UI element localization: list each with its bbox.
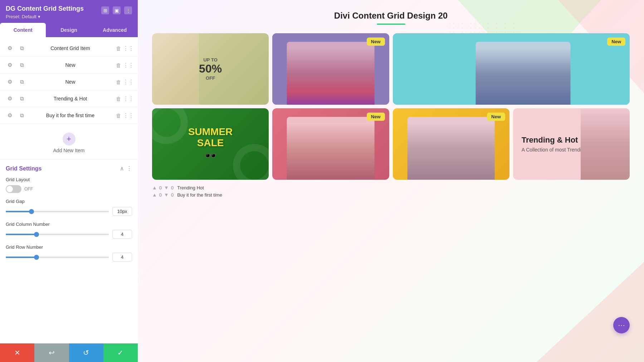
list-item: ⚙ ⧉ New 🗑 ⋮⋮ bbox=[0, 57, 138, 74]
save-button[interactable]: ✓ bbox=[103, 343, 138, 362]
grid-gap-slider[interactable] bbox=[6, 211, 109, 212]
section-header: Grid Settings ∧ ⋮ bbox=[6, 165, 132, 172]
settings-icon[interactable]: ⊞ bbox=[101, 6, 109, 14]
slider-thumb[interactable] bbox=[34, 232, 39, 237]
item-copy-btn[interactable]: ⧉ bbox=[17, 94, 26, 103]
list-item: ⚙ ⧉ Content Grid Item 🗑 ⋮⋮ bbox=[0, 40, 138, 57]
toggle-state-label: OFF bbox=[24, 187, 33, 192]
item-copy-btn[interactable]: ⧉ bbox=[17, 111, 26, 120]
grid-column-label: Grid Column Number bbox=[6, 222, 132, 227]
cyan-card: New bbox=[393, 33, 630, 105]
item-label: Content Grid Item bbox=[29, 45, 111, 51]
panel-preset[interactable]: Preset: Default ▾ bbox=[6, 14, 101, 19]
content-grid: UP TO 50% OFF New New bbox=[152, 33, 630, 180]
grid-row-slider[interactable] bbox=[6, 257, 109, 258]
left-panel: DG Content Grid Settings Preset: Default… bbox=[0, 0, 138, 362]
summer-line1: SUMMER bbox=[188, 127, 233, 138]
item-actions: 🗑 ⋮⋮ bbox=[114, 94, 133, 103]
item-settings-btn[interactable]: ⚙ bbox=[5, 77, 14, 86]
vote-up-btn-buy[interactable]: ▲ bbox=[152, 192, 157, 198]
trending-card-bg: Trending & Hot A Collection of most Tren… bbox=[513, 108, 630, 180]
grid-gap-setting: Grid Gap bbox=[6, 199, 132, 216]
item-drag-btn[interactable]: ⋮⋮ bbox=[124, 111, 133, 120]
toggle-row: OFF bbox=[6, 185, 132, 193]
item-settings-btn[interactable]: ⚙ bbox=[5, 60, 14, 70]
cancel-button[interactable]: ✕ bbox=[0, 343, 34, 362]
circle-deco-1 bbox=[152, 108, 188, 144]
collapse-btn[interactable]: ∧ bbox=[120, 165, 124, 172]
grid-column-setting: Grid Column Number bbox=[6, 222, 132, 239]
grid-layout-toggle[interactable] bbox=[6, 185, 21, 193]
slider-row bbox=[6, 253, 132, 262]
slider-fill bbox=[6, 234, 36, 235]
fab-button[interactable]: ⋯ bbox=[613, 317, 630, 333]
item-delete-btn[interactable]: 🗑 bbox=[114, 111, 123, 120]
undo-button[interactable]: ↩ bbox=[34, 343, 69, 362]
trending-label: Trending Hot bbox=[177, 185, 204, 190]
new-badge: New bbox=[487, 113, 505, 121]
item-settings-btn[interactable]: ⚙ bbox=[5, 111, 14, 120]
sale-text-block: UP TO 50% OFF bbox=[199, 57, 222, 80]
new-badge: New bbox=[367, 113, 385, 121]
green-card-bg: SUMMER SALE 🕶️ bbox=[152, 108, 269, 180]
grid-column-value[interactable] bbox=[112, 230, 132, 239]
section-title: Grid Settings bbox=[6, 165, 42, 172]
grid-row-value[interactable] bbox=[112, 253, 132, 262]
slider-thumb[interactable] bbox=[29, 209, 34, 214]
item-drag-btn[interactable]: ⋮⋮ bbox=[124, 94, 133, 103]
section-more-btn[interactable]: ⋮ bbox=[126, 165, 132, 172]
item-actions: 🗑 ⋮⋮ bbox=[114, 111, 133, 120]
item-settings-btn[interactable]: ⚙ bbox=[5, 44, 14, 53]
person-silhouette-yellow bbox=[407, 117, 495, 180]
item-copy-btn[interactable]: ⧉ bbox=[17, 44, 26, 53]
item-settings-btn[interactable]: ⚙ bbox=[5, 94, 14, 103]
grid-settings-section: Grid Settings ∧ ⋮ Grid Layout OFF Grid bbox=[0, 159, 138, 270]
toggle-knob bbox=[6, 186, 13, 192]
circle-deco-2 bbox=[233, 144, 269, 180]
summer-sale-text: SUMMER SALE bbox=[188, 127, 233, 149]
item-copy-btn[interactable]: ⧉ bbox=[17, 77, 26, 86]
items-list: ⚙ ⧉ Content Grid Item 🗑 ⋮⋮ ⚙ ⧉ New 🗑 ⋮⋮ bbox=[0, 37, 138, 127]
grid-gap-label: Grid Gap bbox=[6, 199, 132, 204]
slider-fill bbox=[6, 211, 31, 212]
redo-button[interactable]: ↺ bbox=[69, 343, 103, 362]
right-panel: Divi Content Grid Design 20 UP TO 50% OF… bbox=[138, 0, 644, 362]
list-item: ⚙ ⧉ Buy it for the first time 🗑 ⋮⋮ bbox=[0, 107, 138, 124]
tab-design[interactable]: Design bbox=[46, 23, 92, 37]
person-silhouette-trending bbox=[581, 108, 630, 180]
tab-content[interactable]: Content bbox=[0, 23, 46, 37]
more-icon[interactable]: ⋮ bbox=[124, 6, 132, 14]
tab-advanced[interactable]: Advanced bbox=[92, 23, 138, 37]
vote-down-btn-trending[interactable]: ▼ bbox=[164, 185, 169, 190]
item-drag-btn[interactable]: ⋮⋮ bbox=[124, 61, 133, 69]
sale-card: UP TO 50% OFF bbox=[152, 33, 269, 105]
item-drag-btn[interactable]: ⋮⋮ bbox=[124, 44, 133, 53]
vote-up-btn-trending[interactable]: ▲ bbox=[152, 185, 157, 190]
slider-row bbox=[6, 207, 132, 216]
item-copy-btn[interactable]: ⧉ bbox=[17, 60, 26, 70]
item-drag-btn[interactable]: ⋮⋮ bbox=[124, 78, 133, 86]
grid-row-label: Grid Row Number bbox=[6, 244, 132, 250]
vote-count-up-buy: 0 bbox=[159, 192, 162, 198]
item-delete-btn[interactable]: 🗑 bbox=[114, 78, 123, 86]
grid-gap-value[interactable] bbox=[112, 207, 132, 216]
slider-thumb[interactable] bbox=[34, 255, 39, 260]
person-silhouette-cyan bbox=[475, 42, 570, 105]
vote-row-buy: ▲ 0 ▼ 0 Buy it for the first time bbox=[152, 192, 630, 198]
item-actions: 🗑 ⋮⋮ bbox=[114, 78, 133, 86]
grid-column-slider[interactable] bbox=[6, 234, 109, 235]
item-delete-btn[interactable]: 🗑 bbox=[114, 94, 123, 103]
add-item-button[interactable]: + Add New Item bbox=[0, 127, 138, 159]
cyan-card-bg: New bbox=[393, 33, 630, 105]
list-item: ⚙ ⧉ Trending & Hot 🗑 ⋮⋮ bbox=[0, 90, 138, 107]
person-silhouette-purple bbox=[287, 42, 375, 105]
new-badge: New bbox=[607, 38, 625, 46]
item-actions: 🗑 ⋮⋮ bbox=[114, 61, 133, 69]
purple-card: New bbox=[272, 33, 389, 105]
item-delete-btn[interactable]: 🗑 bbox=[114, 44, 123, 53]
vote-down-btn-buy[interactable]: ▼ bbox=[164, 192, 169, 198]
purple-card-bg: New bbox=[272, 33, 389, 105]
layout-icon[interactable]: ▣ bbox=[113, 6, 121, 14]
sale-text-pct: 50% bbox=[199, 63, 222, 75]
item-delete-btn[interactable]: 🗑 bbox=[114, 61, 123, 69]
